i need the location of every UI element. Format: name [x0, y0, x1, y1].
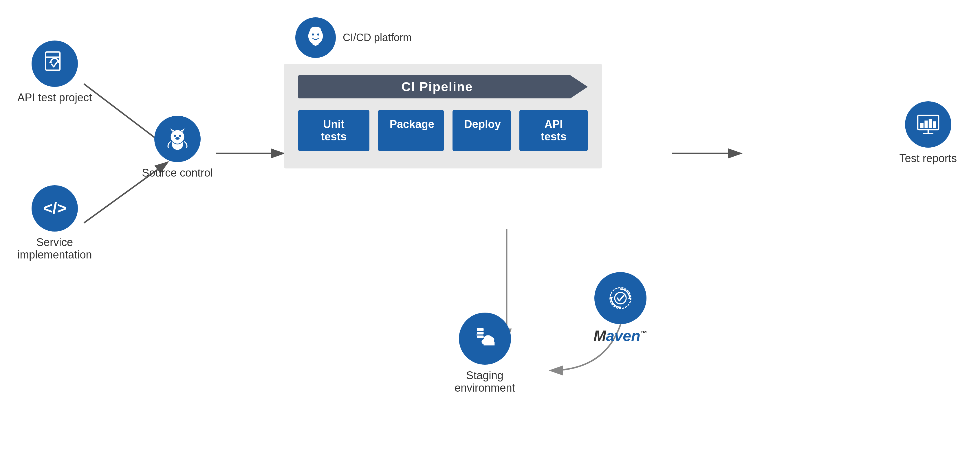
api-test-project-label: API test project [18, 91, 92, 104]
svg-marker-13 [180, 129, 185, 132]
service-implementation-icon: </> [32, 185, 78, 232]
ci-platform-label: CI/CD platform [343, 32, 412, 44]
svg-rect-31 [476, 328, 484, 331]
svg-rect-25 [920, 123, 924, 128]
stage-api-tests: API tests [519, 110, 588, 151]
svg-point-20 [312, 33, 314, 36]
maven-icon [594, 272, 646, 324]
svg-point-21 [317, 33, 319, 36]
svg-text:</>: </> [43, 199, 67, 217]
stage-deploy: Deploy [452, 110, 511, 151]
svg-point-43 [610, 288, 631, 309]
diagram-container: API test project </> Serviceimplementati… [0, 0, 980, 455]
api-test-project-group: API test project [18, 41, 92, 104]
pipeline-arrow-wrapper: CI Pipeline [298, 75, 588, 99]
svg-point-17 [175, 137, 179, 140]
maven-label: Maven™ [593, 327, 648, 344]
maven-group: Maven™ [593, 272, 648, 344]
source-control-label: Source control [142, 167, 213, 179]
svg-point-15 [174, 135, 176, 137]
pipeline-box-inner: CI Pipeline Unit tests Package Deploy AP… [284, 64, 602, 169]
svg-rect-32 [476, 328, 477, 331]
staging-environment-icon [459, 313, 511, 365]
svg-point-46 [615, 292, 626, 304]
svg-rect-34 [476, 332, 477, 335]
svg-rect-35 [476, 336, 484, 338]
pipeline-stages: Unit tests Package Deploy API tests [298, 110, 588, 151]
service-implementation-label: Serviceimplementation [18, 236, 92, 261]
test-reports-group: Test reports [899, 101, 957, 165]
stage-unit-tests: Unit tests [298, 110, 369, 151]
ci-platform-group: CI/CD platform [295, 18, 412, 58]
test-reports-icon [905, 101, 951, 148]
stage-package: Package [378, 110, 444, 151]
staging-environment-group: Stagingenvironment [455, 313, 515, 394]
svg-rect-33 [476, 332, 484, 335]
jenkins-icon [295, 18, 336, 58]
svg-rect-40 [484, 342, 495, 345]
staging-environment-label: Stagingenvironment [455, 369, 515, 394]
pipeline-arrow: CI Pipeline [298, 75, 588, 99]
ci-pipeline-box: CI Pipeline Unit tests Package Deploy AP… [284, 64, 672, 169]
svg-rect-27 [929, 119, 932, 128]
api-test-project-icon [32, 41, 78, 87]
source-control-icon [154, 116, 200, 162]
svg-rect-36 [476, 336, 477, 338]
svg-point-16 [179, 135, 181, 137]
svg-rect-28 [933, 121, 936, 128]
svg-rect-26 [924, 121, 928, 128]
svg-point-11 [170, 130, 184, 143]
svg-marker-12 [170, 129, 174, 132]
test-reports-label: Test reports [899, 152, 957, 165]
source-control-group: Source control [142, 116, 213, 179]
pipeline-arrow-text: CI Pipeline [402, 80, 473, 94]
service-implementation-group: </> Serviceimplementation [18, 185, 92, 261]
svg-point-23 [315, 44, 316, 45]
svg-point-42 [488, 337, 494, 342]
svg-point-19 [310, 27, 321, 32]
